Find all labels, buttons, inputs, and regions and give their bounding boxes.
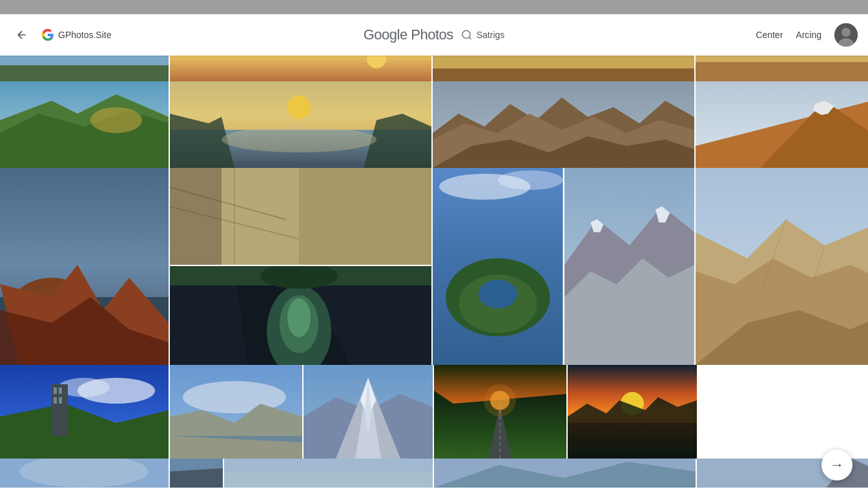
photo-row-5: [0, 459, 868, 488]
svg-marker-102: [170, 468, 223, 488]
svg-point-2: [842, 28, 851, 37]
photo-item[interactable]: [564, 168, 695, 365]
svg-rect-76: [54, 397, 57, 404]
photo-item[interactable]: [170, 56, 431, 81]
svg-point-57: [479, 280, 517, 308]
photo-item[interactable]: [304, 365, 433, 459]
photo-row-top: [0, 56, 868, 81]
header-center: Google Photos Satrigs: [364, 26, 505, 43]
photo-col-3: [433, 168, 694, 365]
header-right: Center Arcing: [756, 23, 858, 46]
next-button[interactable]: →: [822, 450, 852, 480]
header: GPhotos.Site Google Photos Satrigs Cente…: [0, 14, 868, 56]
svg-rect-75: [59, 388, 62, 394]
svg-point-16: [90, 107, 142, 133]
photo-item[interactable]: [696, 81, 868, 168]
photo-item[interactable]: [696, 168, 868, 365]
site-logo-text: GPhotos.Site: [58, 30, 112, 40]
photo-item[interactable]: [0, 81, 169, 168]
nav-center[interactable]: Center: [756, 30, 783, 40]
photo-row-2: [0, 81, 868, 168]
nav-arcing[interactable]: Arcing: [796, 30, 822, 40]
photo-item[interactable]: [433, 56, 694, 81]
svg-rect-7: [170, 56, 431, 81]
back-button[interactable]: [10, 23, 34, 46]
user-avatar[interactable]: [834, 23, 858, 46]
photo-item[interactable]: [170, 365, 302, 459]
photo-item[interactable]: [433, 81, 694, 168]
svg-point-54: [498, 170, 563, 190]
photo-row-4: [0, 365, 868, 459]
photo-item[interactable]: [434, 365, 566, 459]
search-area[interactable]: Satrigs: [461, 29, 505, 41]
search-icon: [461, 29, 473, 41]
photo-item[interactable]: [0, 168, 169, 365]
svg-point-94: [484, 384, 516, 417]
main-content: [0, 56, 868, 496]
search-label: Satrigs: [477, 30, 505, 40]
photo-item[interactable]: [696, 56, 868, 81]
svg-rect-10: [433, 68, 694, 81]
svg-rect-77: [59, 397, 62, 404]
svg-rect-74: [54, 388, 57, 394]
photo-item[interactable]: [0, 56, 169, 81]
svg-rect-12: [696, 62, 868, 81]
photo-row-3: [0, 168, 868, 365]
svg-rect-104: [224, 471, 433, 488]
svg-rect-5: [0, 65, 169, 81]
photo-item[interactable]: [170, 81, 431, 168]
photo-item[interactable]: [170, 168, 431, 265]
svg-marker-43: [170, 168, 222, 265]
photo-col-2: [170, 168, 431, 365]
google-photos-logo: Google Photos: [364, 26, 453, 43]
photo-item[interactable]: [434, 459, 696, 488]
google-g-icon: [41, 28, 54, 41]
svg-rect-39: [299, 168, 431, 265]
photo-item[interactable]: [224, 459, 433, 488]
next-arrow-icon: →: [830, 457, 844, 473]
photo-item[interactable]: [170, 266, 431, 365]
photo-item[interactable]: [433, 168, 563, 365]
logo-area: GPhotos.Site: [41, 28, 112, 41]
top-gray-bar: [0, 0, 868, 14]
photo-item[interactable]: [0, 459, 169, 488]
photo-item[interactable]: [0, 365, 169, 459]
svg-point-22: [222, 127, 377, 152]
photo-item[interactable]: [170, 459, 223, 488]
svg-point-49: [287, 298, 311, 337]
photo-item[interactable]: [568, 365, 697, 459]
svg-point-0: [462, 30, 470, 38]
svg-point-18: [287, 96, 311, 119]
